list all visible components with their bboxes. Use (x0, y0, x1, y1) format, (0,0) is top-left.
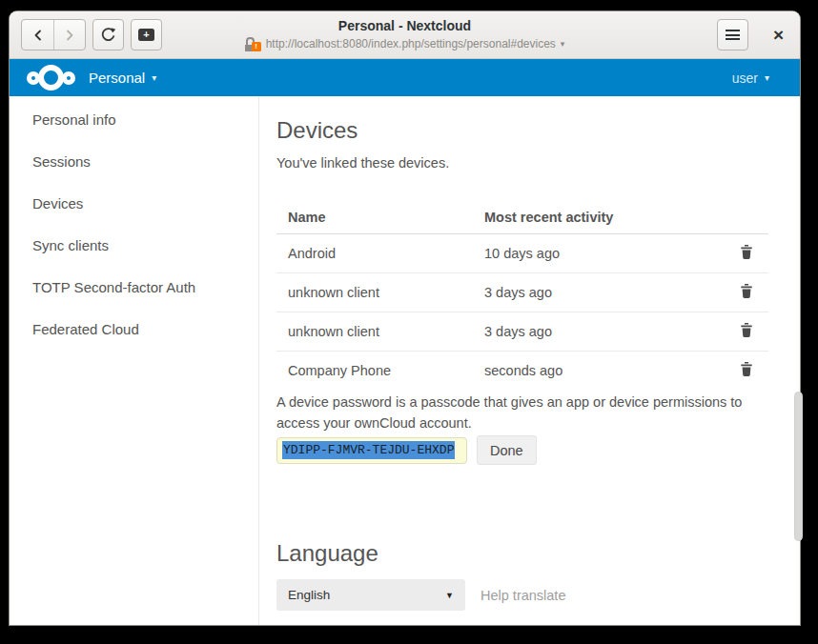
sidebar-item-federated-cloud[interactable]: Federated Cloud (10, 308, 258, 350)
nextcloud-header: Personal ▾ user ▾ (10, 59, 800, 96)
url-caret-icon: ▾ (561, 35, 565, 52)
device-name: unknown client (276, 312, 484, 351)
device-activity: 3 days ago (484, 312, 713, 351)
devices-subtitle: You've linked these devices. (276, 155, 449, 171)
forward-button[interactable] (53, 20, 85, 50)
desktop: { "window": { "title": "Personal - Nextc… (0, 0, 818, 644)
delete-device-button[interactable] (737, 359, 756, 382)
language-select[interactable]: English ▼ (276, 579, 465, 611)
column-header-activity: Most recent activity (484, 201, 713, 233)
reload-button[interactable] (92, 19, 124, 50)
hamburger-icon (726, 28, 740, 43)
back-button[interactable] (22, 20, 53, 50)
device-activity: 3 days ago (484, 272, 713, 312)
delete-device-button[interactable] (737, 242, 756, 265)
device-password-hint: A device password is a passcode that giv… (276, 392, 753, 433)
language-section-title: Language (276, 540, 378, 567)
column-header-name: Name (276, 201, 484, 233)
nextcloud-logo[interactable] (27, 65, 75, 91)
device-password-value: YDIPP-FJMVR-TEJDU-EHXDP (282, 441, 455, 459)
app-menu-dropdown[interactable]: Personal ▾ (89, 70, 156, 86)
devices-section-title: Devices (276, 117, 358, 144)
table-header-row: Name Most recent activity (276, 201, 768, 233)
insecure-lock-icon: ! (245, 37, 261, 51)
help-translate-link[interactable]: Help translate (481, 588, 565, 603)
sidebar-item-personal-info[interactable]: Personal info (10, 98, 258, 140)
window-title: Personal - Nextcloud (181, 16, 628, 35)
device-activity: 10 days ago (484, 233, 713, 272)
settings-sidebar: Personal info Sessions Devices Sync clie… (10, 96, 259, 625)
new-tab-button[interactable]: + (131, 19, 162, 50)
language-selected-value: English (288, 588, 330, 602)
title-block: Personal - Nextcloud ! http://localhost:… (181, 16, 628, 52)
trash-icon (739, 361, 754, 377)
menu-button[interactable] (717, 19, 748, 50)
delete-device-button[interactable] (737, 320, 756, 343)
close-icon: × (773, 26, 784, 44)
sidebar-item-totp[interactable]: TOTP Second-factor Auth (10, 266, 258, 308)
table-row: Company Phone seconds ago (276, 351, 768, 390)
reload-icon (100, 27, 116, 43)
device-name: Android (276, 233, 484, 272)
device-password-input[interactable]: YDIPP-FJMVR-TEJDU-EHXDP (276, 437, 467, 464)
new-tab-icon: + (138, 29, 154, 41)
app-menu-label: Personal (89, 70, 145, 86)
select-caret-icon: ▼ (445, 591, 454, 600)
scrollbar-thumb[interactable] (794, 392, 803, 541)
device-password-row: YDIPP-FJMVR-TEJDU-EHXDP Done (276, 435, 537, 465)
back-icon (31, 28, 46, 43)
device-name: unknown client (276, 272, 484, 312)
nav-button-group (21, 19, 86, 50)
settings-page: Personal info Sessions Devices Sync clie… (10, 96, 800, 625)
close-button[interactable]: × (763, 19, 794, 50)
forward-icon (62, 28, 77, 43)
browser-window: + Personal - Nextcloud ! http://localhos… (10, 11, 800, 625)
user-menu-label: user (732, 70, 758, 86)
sidebar-item-sync-clients[interactable]: Sync clients (10, 224, 258, 266)
done-button[interactable]: Done (477, 435, 537, 465)
language-row: English ▼ Help translate (276, 579, 565, 611)
device-activity: seconds ago (484, 351, 713, 390)
device-name: Company Phone (276, 351, 484, 390)
table-row: Android 10 days ago (276, 233, 768, 272)
trash-icon (739, 283, 754, 299)
settings-content: Devices You've linked these devices. Nam… (276, 96, 768, 625)
table-row: unknown client 3 days ago (276, 272, 768, 312)
browser-titlebar: + Personal - Nextcloud ! http://localhos… (10, 11, 800, 59)
user-menu-dropdown[interactable]: user ▾ (732, 70, 769, 86)
trash-icon (739, 244, 754, 260)
table-row: unknown client 3 days ago (276, 312, 768, 351)
sidebar-item-sessions[interactable]: Sessions (10, 140, 258, 182)
devices-table: Name Most recent activity Android 10 day… (276, 201, 768, 390)
trash-icon (739, 322, 754, 338)
sidebar-item-devices[interactable]: Devices (10, 182, 258, 224)
url-text: http://localhost:8080/index.php/settings… (266, 35, 556, 52)
delete-device-button[interactable] (737, 281, 756, 304)
app-menu-caret-icon: ▾ (152, 72, 156, 83)
user-menu-caret-icon: ▾ (765, 72, 769, 83)
address-bar[interactable]: ! http://localhost:8080/index.php/settin… (181, 35, 628, 52)
